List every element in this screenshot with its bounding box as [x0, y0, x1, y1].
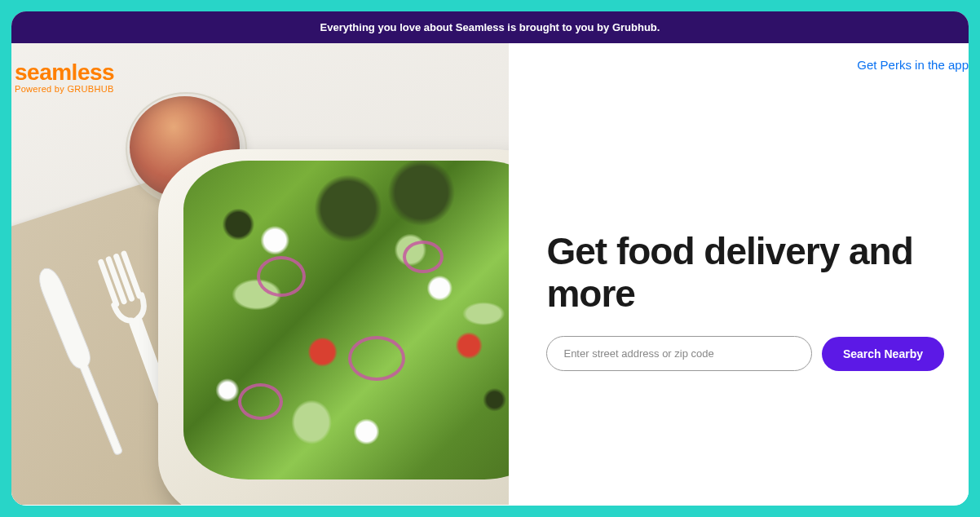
salad-bowl-icon: [158, 149, 509, 505]
banner-text: Everything you love about Seamless is br…: [320, 21, 660, 33]
search-row: Search Nearby: [546, 336, 944, 371]
hero-title: Get food delivery and more: [546, 231, 944, 315]
page-viewport: Everything you love about Seamless is br…: [11, 11, 969, 506]
address-input[interactable]: [546, 336, 811, 371]
hero-section: Get food delivery and more Search Nearby: [533, 231, 944, 371]
logo-subtext: Powered by GRUBHUB: [15, 84, 114, 94]
food-scene-illustration: [11, 43, 509, 505]
hero-content-panel: Get Perks in the app Get food delivery a…: [509, 43, 969, 505]
announcement-banner: Everything you love about Seamless is br…: [11, 11, 969, 43]
perks-link-text: Get Perks in the app: [857, 58, 969, 72]
main-content: seamless Powered by GRUBHUB Get Perks in…: [11, 43, 969, 505]
brand-logo[interactable]: seamless Powered by GRUBHUB: [15, 60, 114, 94]
hero-image-panel: seamless Powered by GRUBHUB: [11, 43, 509, 505]
search-nearby-button[interactable]: Search Nearby: [822, 337, 944, 371]
perks-link[interactable]: Get Perks in the app: [857, 58, 969, 72]
logo-brand-name: seamless: [15, 60, 114, 86]
